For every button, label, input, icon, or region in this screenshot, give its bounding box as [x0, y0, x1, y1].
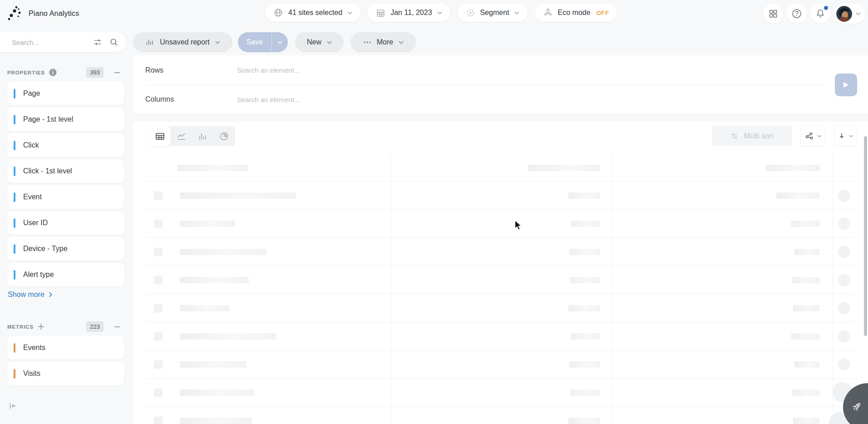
- new-label: New: [307, 38, 321, 46]
- eco-mode-toggle[interactable]: Eco mode OFF: [535, 4, 617, 22]
- sidebar-item[interactable]: Click: [7, 133, 124, 157]
- multi-sort-button[interactable]: Multi sort: [712, 126, 792, 146]
- tab-line-chart-view[interactable]: [171, 126, 192, 146]
- skeleton-square: [154, 304, 163, 312]
- collapse-properties-button[interactable]: [114, 69, 121, 76]
- sites-selector[interactable]: 41 sites selected: [265, 4, 360, 22]
- skeleton-cell-bar: [791, 221, 819, 227]
- table-row[interactable]: [145, 379, 855, 407]
- item-color-bar: [14, 218, 15, 228]
- notifications-button[interactable]: [810, 4, 830, 24]
- item-color-bar: [14, 270, 15, 280]
- table-row[interactable]: [145, 238, 855, 266]
- collapse-sidebar-button[interactable]: [7, 400, 18, 411]
- skeleton-cell-bar: [570, 277, 600, 283]
- table-row[interactable]: [145, 350, 855, 379]
- apps-grid-button[interactable]: [763, 4, 783, 24]
- skeleton-header-cell: [528, 165, 600, 171]
- eco-mode-state: OFF: [597, 10, 609, 16]
- search-icon[interactable]: [109, 37, 119, 47]
- skeleton-square: [154, 388, 163, 397]
- sidebar-item[interactable]: Device - Type: [7, 237, 124, 261]
- skeleton-cell-bar: [794, 249, 819, 255]
- properties-list: Page Page - 1st level Click Click - 1st …: [7, 82, 124, 289]
- piano-analytics-app: Piano Analytics 41 sites selected Jan 11…: [0, 0, 868, 424]
- skeleton-square: [154, 416, 163, 424]
- collapse-metrics-button[interactable]: [114, 324, 121, 330]
- tab-bar-chart-view[interactable]: [192, 126, 213, 146]
- vertical-scrollbar[interactable]: [864, 136, 867, 336]
- info-icon[interactable]: [49, 69, 57, 76]
- row-action-placeholder: [838, 274, 850, 286]
- tab-pie-chart-view[interactable]: [213, 126, 235, 146]
- help-button[interactable]: [787, 4, 807, 24]
- table-row[interactable]: [145, 182, 855, 210]
- sidebar-item[interactable]: Page: [7, 82, 124, 105]
- sidebar-item[interactable]: Event: [7, 185, 124, 209]
- eco-icon: [543, 8, 553, 18]
- run-query-button[interactable]: [835, 74, 857, 96]
- item-color-bar: [14, 192, 15, 202]
- account-menu[interactable]: [834, 4, 865, 24]
- skeleton-square: [154, 360, 163, 369]
- sidebar-item[interactable]: Alert type: [7, 263, 124, 286]
- properties-count-badge: 393: [86, 67, 104, 78]
- skeleton-cell-bar: [180, 221, 235, 227]
- brand: Piano Analytics: [7, 5, 79, 22]
- sidebar-item[interactable]: Click - 1st level: [7, 159, 124, 183]
- segment-picker[interactable]: Segment: [458, 4, 528, 22]
- rows-element-input[interactable]: Search an element...: [237, 66, 826, 74]
- chevron-down-icon: [215, 41, 220, 44]
- table-body: [145, 182, 855, 424]
- chevron-down-icon: [856, 12, 861, 15]
- search-input[interactable]: Search...: [12, 39, 86, 46]
- add-metric-icon[interactable]: [38, 323, 44, 330]
- download-button[interactable]: [834, 126, 857, 146]
- query-builder-card: Rows Search an element... Columns Search…: [133, 55, 868, 113]
- skeleton-cell-bar: [570, 389, 600, 396]
- show-more-label: Show more: [8, 291, 44, 299]
- rocket-icon: [849, 400, 863, 414]
- table-row[interactable]: [145, 294, 855, 322]
- show-more-link[interactable]: Show more: [8, 291, 52, 299]
- table-header-row: [145, 155, 855, 182]
- skeleton-cell-bar: [569, 249, 600, 255]
- save-options-button[interactable]: [271, 32, 288, 52]
- multi-sort-label: Multi sort: [744, 132, 774, 140]
- global-search[interactable]: Search...: [0, 32, 126, 52]
- report-selector[interactable]: Unsaved report: [133, 32, 232, 52]
- results-table: [145, 155, 855, 424]
- share-button[interactable]: [800, 126, 825, 146]
- date-range-picker[interactable]: Jan 11, 2023: [368, 4, 450, 22]
- sidebar-item[interactable]: User ID: [7, 211, 124, 235]
- table-row[interactable]: [145, 266, 855, 294]
- sidebar-item-label: Alert type: [23, 271, 54, 279]
- table-row[interactable]: [145, 210, 855, 238]
- filter-icon[interactable]: [93, 37, 103, 47]
- skeleton-cell-bar: [793, 418, 819, 424]
- skeleton-cell-bar: [180, 418, 252, 424]
- mouse-cursor: [514, 220, 523, 232]
- item-color-bar: [14, 141, 15, 150]
- skeleton-cell-bar: [793, 305, 819, 311]
- date-range-label: Jan 11, 2023: [390, 9, 432, 17]
- skeleton-header-cell: [177, 165, 247, 171]
- bar-view-icon: [197, 131, 208, 142]
- table-row[interactable]: [145, 407, 855, 424]
- properties-section-header: PROPERTIES 393: [7, 67, 126, 78]
- chevron-down-icon: [347, 11, 352, 15]
- more-menu-button[interactable]: More: [350, 32, 416, 52]
- tab-table-view[interactable]: [149, 126, 171, 146]
- sidebar-item[interactable]: Visits: [7, 362, 124, 385]
- save-split-button[interactable]: Save: [238, 32, 288, 52]
- new-report-button[interactable]: New: [295, 32, 344, 52]
- sidebar-item[interactable]: Events: [7, 336, 124, 360]
- play-icon: [843, 81, 849, 89]
- skeleton-square: [154, 276, 163, 284]
- skeleton-cell-bar: [180, 192, 296, 199]
- sidebar-item[interactable]: Page - 1st level: [7, 108, 124, 131]
- columns-element-input[interactable]: Search an element...: [237, 96, 826, 104]
- save-button[interactable]: Save: [238, 38, 271, 46]
- skeleton-square: [154, 247, 163, 256]
- table-row[interactable]: [145, 322, 855, 350]
